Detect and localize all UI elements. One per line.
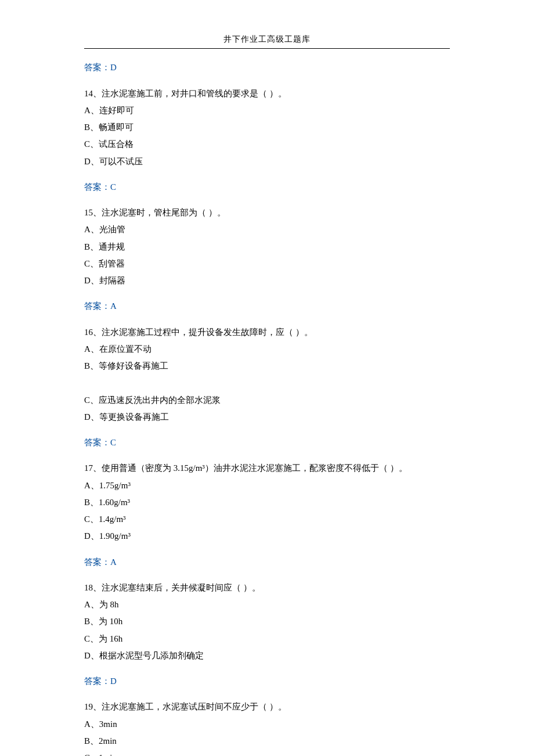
q14-option-d: D、可以不试压 — [84, 153, 450, 170]
q18-answer: 答案：D — [84, 673, 450, 690]
q17-option-b: B、1.60g/m³ — [84, 494, 450, 511]
q16-answer-value: C — [110, 438, 116, 447]
q16-option-d: D、等更换设备再施工 — [84, 409, 450, 426]
blank-line — [84, 375, 450, 391]
q17-answer-value: A — [110, 557, 117, 567]
q13-answer: 答案：D — [84, 59, 450, 76]
q15-option-a: A、光油管 — [84, 221, 450, 238]
q15-option-c: C、刮管器 — [84, 255, 450, 272]
q16-option-b: B、等修好设备再施工 — [84, 358, 450, 375]
q14-answer: 答案：C — [84, 179, 450, 196]
answer-label: 答案： — [84, 557, 110, 567]
q15-text: 15、注水泥塞时，管柱尾部为（ ）。 — [84, 204, 450, 221]
q17-text: 17、使用普通（密度为 3.15g/m³）油井水泥注水泥塞施工，配浆密度不得低于… — [84, 460, 450, 477]
q15-option-b: B、通井规 — [84, 239, 450, 255]
q15-answer-value: A — [110, 301, 117, 311]
q18-option-d: D、根据水泥型号几添加剂确定 — [84, 647, 450, 664]
q14-text: 14、注水泥塞施工前，对井口和管线的要求是（ ）。 — [84, 85, 450, 102]
header-rule — [84, 48, 450, 49]
q17-option-d: D、1.90g/m³ — [84, 528, 450, 545]
q16-option-a: A、在原位置不动 — [84, 341, 450, 358]
q14-option-b: B、畅通即可 — [84, 119, 450, 136]
answer-label: 答案： — [84, 438, 110, 447]
q19-option-a: A、3min — [84, 716, 450, 733]
q17-option-c: C、1.4g/m³ — [84, 511, 450, 528]
q14-answer-value: C — [110, 182, 116, 192]
answer-label: 答案： — [84, 63, 110, 72]
q13-answer-value: D — [110, 63, 117, 72]
q16-answer: 答案：C — [84, 434, 450, 451]
q18-option-a: A、为 8h — [84, 596, 450, 613]
q18-answer-value: D — [110, 676, 117, 686]
q19-text: 19、注水泥塞施工，水泥塞试压时间不应少于（ ）。 — [84, 699, 450, 715]
q18-text: 18、注水泥塞结束后，关井候凝时间应（ ）。 — [84, 579, 450, 596]
q15-option-d: D、封隔器 — [84, 272, 450, 289]
q19-option-b: B、2min — [84, 733, 450, 750]
answer-label: 答案： — [84, 676, 110, 686]
q17-answer: 答案：A — [84, 554, 450, 571]
answer-label: 答案： — [84, 301, 110, 311]
q16-text: 16、注水泥塞施工过程中，提升设备发生故障时，应（ ）。 — [84, 324, 450, 341]
q16-option-c: C、应迅速反洗出井内的全部水泥浆 — [84, 392, 450, 409]
q19-option-c: C、1min — [84, 750, 450, 756]
q18-option-b: B、为 10h — [84, 613, 450, 630]
answer-label: 答案： — [84, 182, 110, 192]
q17-option-a: A、1.75g/m³ — [84, 477, 450, 494]
q14-option-c: C、试压合格 — [84, 136, 450, 153]
page-header: 井下作业工高级工题库 — [84, 31, 450, 47]
q14-option-a: A、连好即可 — [84, 102, 450, 119]
q18-option-c: C、为 16h — [84, 631, 450, 647]
page-container: 井下作业工高级工题库 答案：D 14、注水泥塞施工前，对井口和管线的要求是（ ）… — [0, 0, 534, 756]
q15-answer: 答案：A — [84, 298, 450, 315]
